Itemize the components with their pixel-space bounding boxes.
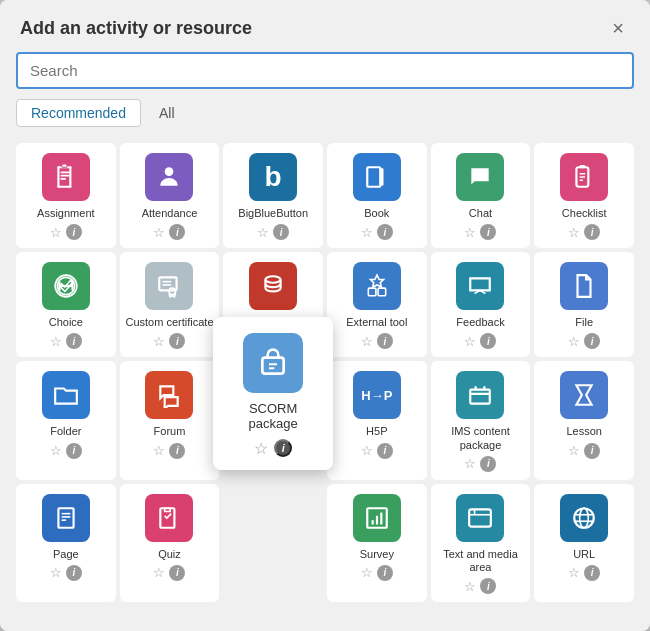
choice-info[interactable]: i	[66, 333, 82, 349]
text-media-star[interactable]: ☆	[464, 579, 476, 594]
item-folder: Folder ☆ i	[16, 361, 116, 479]
text-media-info[interactable]: i	[480, 578, 496, 594]
bigbluebutton-actions: ☆ i	[257, 224, 289, 240]
svg-rect-6	[60, 178, 65, 180]
bigbluebutton-info[interactable]: i	[273, 224, 289, 240]
folder-info[interactable]: i	[66, 443, 82, 459]
close-button[interactable]: ×	[606, 16, 630, 40]
forum-actions: ☆ i	[153, 443, 185, 459]
assignment-info[interactable]: i	[66, 224, 82, 240]
book-star[interactable]: ☆	[361, 225, 373, 240]
quiz-actions: ☆ i	[153, 565, 185, 581]
tabs: Recommended All	[0, 99, 650, 135]
tab-all[interactable]: All	[145, 99, 189, 127]
svg-point-21	[266, 276, 281, 283]
survey-actions: ☆ i	[361, 565, 393, 581]
item-assignment: Assignment ☆ i	[16, 143, 116, 248]
file-star[interactable]: ☆	[568, 334, 580, 349]
folder-star[interactable]: ☆	[50, 443, 62, 458]
url-star[interactable]: ☆	[568, 565, 580, 580]
item-url: URL ☆ i	[534, 484, 634, 602]
bigbluebutton-star[interactable]: ☆	[257, 225, 269, 240]
item-scorm: SCORM package ☆ i	[223, 361, 323, 479]
svg-rect-35	[470, 509, 492, 526]
h5p-star[interactable]: ☆	[361, 443, 373, 458]
choice-actions: ☆ i	[50, 333, 82, 349]
choice-star[interactable]: ☆	[50, 334, 62, 349]
book-icon	[353, 153, 401, 201]
checklist-info[interactable]: i	[584, 224, 600, 240]
external-tool-info[interactable]: i	[377, 333, 393, 349]
h5p-icon: H→P	[353, 371, 401, 419]
search-bar	[0, 52, 650, 99]
custom-certificate-info[interactable]: i	[169, 333, 185, 349]
ims-content-info[interactable]: i	[480, 456, 496, 472]
scorm-tooltip-label: SCORM package	[225, 401, 321, 431]
survey-info[interactable]: i	[377, 565, 393, 581]
external-tool-label: External tool	[346, 316, 407, 329]
attendance-star[interactable]: ☆	[153, 225, 165, 240]
item-survey: Survey ☆ i	[327, 484, 427, 602]
forum-info[interactable]: i	[169, 443, 185, 459]
search-input[interactable]	[16, 52, 634, 89]
custom-certificate-star[interactable]: ☆	[153, 334, 165, 349]
svg-rect-22	[368, 288, 376, 296]
h5p-info[interactable]: i	[377, 443, 393, 459]
item-custom-certificate: Custom certificate ☆ i	[120, 252, 220, 357]
chat-actions: ☆ i	[464, 224, 496, 240]
chat-label: Chat	[469, 207, 492, 220]
svg-rect-10	[580, 165, 585, 168]
lesson-star[interactable]: ☆	[568, 443, 580, 458]
scorm-tooltip-info[interactable]: i	[274, 439, 292, 457]
grid-container: Assignment ☆ i Attendance ☆ i b BigBlueB…	[0, 135, 650, 631]
book-info[interactable]: i	[377, 224, 393, 240]
page-star[interactable]: ☆	[50, 565, 62, 580]
svg-rect-24	[262, 357, 283, 373]
file-info[interactable]: i	[584, 333, 600, 349]
folder-actions: ☆ i	[50, 443, 82, 459]
item-h5p: H→P H5P ☆ i	[327, 361, 427, 479]
quiz-info[interactable]: i	[169, 565, 185, 581]
item-feedback: Feedback ☆ i	[431, 252, 531, 357]
scorm-tooltip-icon	[243, 333, 303, 393]
h5p-label: H5P	[366, 425, 387, 438]
attendance-info[interactable]: i	[169, 224, 185, 240]
item-ims-content: IMS content package ☆ i	[431, 361, 531, 479]
file-icon	[560, 262, 608, 310]
page-icon	[42, 494, 90, 542]
external-tool-actions: ☆ i	[361, 333, 393, 349]
svg-rect-3	[69, 166, 71, 188]
lesson-info[interactable]: i	[584, 443, 600, 459]
scorm-tooltip-star[interactable]: ☆	[254, 439, 268, 458]
survey-star[interactable]: ☆	[361, 565, 373, 580]
page-info[interactable]: i	[66, 565, 82, 581]
bigbluebutton-icon: b	[249, 153, 297, 201]
chat-info[interactable]: i	[480, 224, 496, 240]
chat-star[interactable]: ☆	[464, 225, 476, 240]
forum-label: Forum	[154, 425, 186, 438]
attendance-actions: ☆ i	[153, 224, 185, 240]
feedback-info[interactable]: i	[480, 333, 496, 349]
checklist-star[interactable]: ☆	[568, 225, 580, 240]
lesson-icon	[560, 371, 608, 419]
item-page: Page ☆ i	[16, 484, 116, 602]
item-chat: Chat ☆ i	[431, 143, 531, 248]
tab-recommended[interactable]: Recommended	[16, 99, 141, 127]
svg-rect-26	[58, 508, 73, 528]
url-info[interactable]: i	[584, 565, 600, 581]
ims-content-icon	[456, 371, 504, 419]
scorm-tooltip-actions: ☆ i	[254, 439, 292, 458]
feedback-actions: ☆ i	[464, 333, 496, 349]
svg-rect-32	[371, 520, 373, 524]
ims-content-star[interactable]: ☆	[464, 456, 476, 471]
external-tool-star[interactable]: ☆	[361, 334, 373, 349]
quiz-star[interactable]: ☆	[153, 565, 165, 580]
item-quiz: Quiz ☆ i	[120, 484, 220, 602]
svg-rect-23	[378, 288, 386, 296]
forum-star[interactable]: ☆	[153, 443, 165, 458]
external-tool-icon	[353, 262, 401, 310]
assignment-star[interactable]: ☆	[50, 225, 62, 240]
feedback-star[interactable]: ☆	[464, 334, 476, 349]
forum-icon	[145, 371, 193, 419]
text-media-label: Text and media area	[435, 548, 527, 574]
